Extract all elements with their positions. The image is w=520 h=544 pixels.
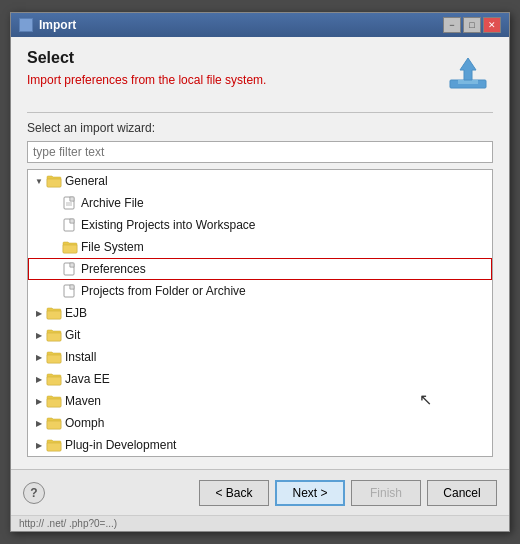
tree-item-existing-projects[interactable]: Existing Projects into Workspace bbox=[28, 214, 492, 236]
svg-rect-4 bbox=[70, 197, 74, 201]
tree-item-preferences[interactable]: Preferences bbox=[28, 258, 492, 280]
tree-label-plugin-dev: Plug-in Development bbox=[65, 436, 176, 454]
tree-label-oomph: Oomph bbox=[65, 414, 104, 432]
file-icon-archive bbox=[62, 196, 78, 210]
close-button[interactable]: ✕ bbox=[483, 17, 501, 33]
header-text: Select Import preferences from the local… bbox=[27, 49, 443, 87]
tree-item-file-system[interactable]: File System bbox=[28, 236, 492, 258]
folder-icon-general bbox=[46, 174, 62, 188]
folder-icon-git bbox=[46, 328, 62, 342]
expand-arrow-oomph[interactable] bbox=[32, 416, 46, 430]
header-divider bbox=[27, 112, 493, 113]
tree-item-git[interactable]: Git bbox=[28, 324, 492, 346]
tree-label-git: Git bbox=[65, 326, 80, 344]
tree-item-ejb[interactable]: EJB bbox=[28, 302, 492, 324]
expand-arrow-general[interactable] bbox=[32, 174, 46, 188]
main-content: Select Import preferences from the local… bbox=[11, 37, 509, 469]
help-button[interactable]: ? bbox=[23, 482, 45, 504]
footer: ? < Back Next > Finish Cancel bbox=[11, 469, 509, 515]
tree-label-archive-file: Archive File bbox=[81, 194, 144, 212]
next-button[interactable]: Next > bbox=[275, 480, 345, 506]
header-subtitle: Import preferences from the local file s… bbox=[27, 73, 443, 87]
page-title: Select bbox=[27, 49, 443, 67]
folder-icon-oomph bbox=[46, 416, 62, 430]
import-dialog: Import − □ ✕ Select Import preferences f… bbox=[10, 12, 510, 532]
file-icon-existing bbox=[62, 218, 78, 232]
tree-label-file-system: File System bbox=[81, 238, 144, 256]
maximize-button[interactable]: □ bbox=[463, 17, 481, 33]
window-title: Import bbox=[39, 18, 76, 32]
title-bar: Import − □ ✕ bbox=[11, 13, 509, 37]
filter-input[interactable] bbox=[27, 141, 493, 163]
minimize-button[interactable]: − bbox=[443, 17, 461, 33]
header-icon-area bbox=[443, 49, 493, 94]
expand-arrow-git[interactable] bbox=[32, 328, 46, 342]
svg-rect-1 bbox=[458, 80, 478, 84]
footer-right: < Back Next > Finish Cancel bbox=[199, 480, 497, 506]
wizard-label: Select an import wizard: bbox=[27, 121, 493, 135]
folder-icon-install bbox=[46, 350, 62, 364]
tree-label-install: Install bbox=[65, 348, 96, 366]
tree-item-java-ee[interactable]: Java EE bbox=[28, 368, 492, 390]
title-bar-left: Import bbox=[19, 18, 76, 32]
tree-label-ejb: EJB bbox=[65, 304, 87, 322]
tree-item-maven[interactable]: Maven bbox=[28, 390, 492, 412]
footer-left: ? bbox=[23, 482, 45, 504]
tree-label-maven: Maven bbox=[65, 392, 101, 410]
back-button[interactable]: < Back bbox=[199, 480, 269, 506]
folder-icon-ejb bbox=[46, 306, 62, 320]
svg-rect-8 bbox=[70, 219, 74, 223]
tree-label-projects-folder: Projects from Folder or Archive bbox=[81, 282, 246, 300]
tree-item-oomph[interactable]: Oomph bbox=[28, 412, 492, 434]
finish-button[interactable]: Finish bbox=[351, 480, 421, 506]
tree-label-general: General bbox=[65, 172, 108, 190]
svg-rect-10 bbox=[70, 263, 74, 267]
file-icon-preferences bbox=[62, 262, 78, 276]
expand-arrow-install[interactable] bbox=[32, 350, 46, 364]
file-icon-projects-folder bbox=[62, 284, 78, 298]
svg-rect-12 bbox=[70, 285, 74, 289]
folder-icon-filesystem bbox=[62, 240, 78, 254]
tree-label-java-ee: Java EE bbox=[65, 370, 110, 388]
cancel-button[interactable]: Cancel bbox=[427, 480, 497, 506]
expand-arrow-ejb[interactable] bbox=[32, 306, 46, 320]
tree-item-projects-folder[interactable]: Projects from Folder or Archive bbox=[28, 280, 492, 302]
tree-label-preferences: Preferences bbox=[81, 260, 146, 278]
folder-icon-plugin-dev bbox=[46, 438, 62, 452]
tree-container[interactable]: General Archive File bbox=[27, 169, 493, 457]
title-buttons: − □ ✕ bbox=[443, 17, 501, 33]
tree-item-plugin-dev[interactable]: Plug-in Development bbox=[28, 434, 492, 456]
expand-arrow-java-ee[interactable] bbox=[32, 372, 46, 386]
expand-arrow-plugin-dev[interactable] bbox=[32, 438, 46, 452]
window-icon bbox=[19, 18, 33, 32]
tree-item-general[interactable]: General bbox=[28, 170, 492, 192]
folder-icon-java-ee bbox=[46, 372, 62, 386]
tree-item-archive-file[interactable]: Archive File bbox=[28, 192, 492, 214]
svg-marker-2 bbox=[460, 58, 476, 80]
import-icon bbox=[446, 52, 490, 92]
status-url: http:// .net/ .php?0=...) bbox=[19, 518, 117, 529]
expand-arrow-maven[interactable] bbox=[32, 394, 46, 408]
folder-icon-maven bbox=[46, 394, 62, 408]
header-section: Select Import preferences from the local… bbox=[27, 49, 493, 94]
status-bar: http:// .net/ .php?0=...) bbox=[11, 515, 509, 531]
tree-item-install[interactable]: Install bbox=[28, 346, 492, 368]
tree-label-existing-projects: Existing Projects into Workspace bbox=[81, 216, 256, 234]
